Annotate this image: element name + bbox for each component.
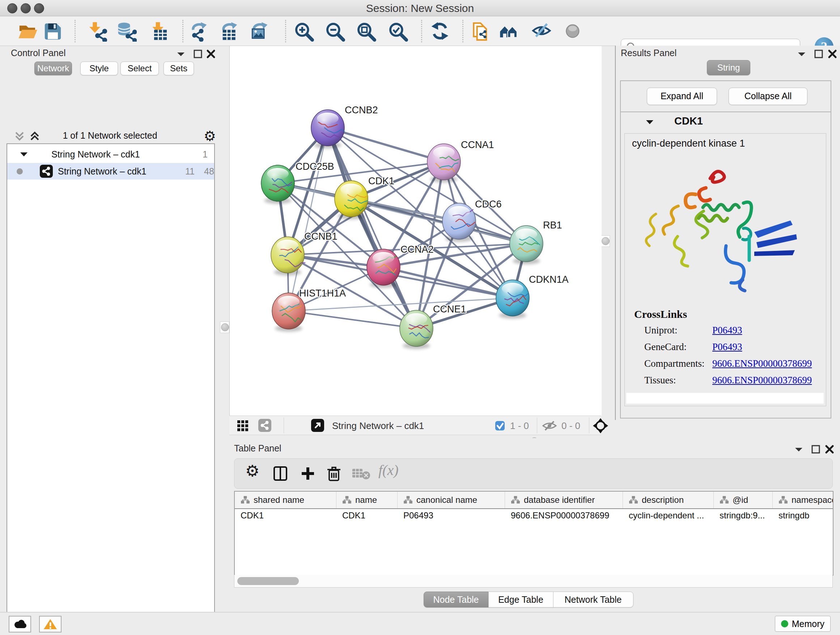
gene-card-expander-icon[interactable]	[645, 119, 655, 126]
control-panel-close-icon[interactable]	[206, 49, 216, 59]
birds-eye-view-icon[interactable]	[593, 418, 608, 433]
network-row-selected[interactable]: String Network – cdk1 11 48	[7, 163, 214, 180]
left-splitter-handle[interactable]	[220, 321, 229, 333]
add-column-icon[interactable]	[300, 465, 316, 482]
node-CDC25B[interactable]: CDC25B	[261, 161, 334, 204]
tab-network-table[interactable]: Network Table	[553, 592, 633, 608]
first-neighbors-icon[interactable]	[499, 21, 519, 42]
expand-all-button[interactable]: Expand All	[647, 88, 717, 105]
crosslink-link[interactable]: 9606.ENSP00000378699	[712, 358, 812, 369]
results-panel-close-icon[interactable]	[828, 49, 837, 59]
node-CCNE1[interactable]: CCNE1	[400, 304, 466, 349]
toolbar-separator	[589, 417, 589, 433]
column-header-label: @id	[733, 495, 748, 505]
zoom-in-icon[interactable]	[294, 21, 314, 42]
cell-description[interactable]: cyclin-dependent ...	[629, 510, 712, 521]
gene-description: cyclin-dependent kinase 1	[632, 138, 745, 149]
column-header-name[interactable]: name	[336, 492, 398, 508]
table-settings-gear-icon[interactable]: ⚙	[245, 462, 259, 480]
selected-checkbox-icon[interactable]	[495, 421, 505, 431]
hidden-eye-slash-icon[interactable]	[542, 420, 557, 431]
column-header-description[interactable]: description	[623, 492, 714, 508]
table-panel-close-icon[interactable]	[825, 445, 834, 454]
network-options-gear-icon[interactable]: ⚙	[204, 128, 216, 144]
window-title: Session: New Session	[0, 2, 840, 14]
zoom-fit-icon[interactable]	[356, 21, 376, 42]
delete-column-icon[interactable]	[325, 465, 342, 482]
duplicate-network-icon[interactable]	[470, 21, 491, 42]
node-label-CCNB2: CCNB2	[345, 105, 378, 116]
node-CCNA1[interactable]: CCNA1	[427, 139, 494, 182]
edge-CCNA2-CDKN1A[interactable]	[384, 267, 513, 298]
node-RB1[interactable]: RB1	[510, 220, 562, 264]
column-header-namespace[interactable]: namespace	[773, 492, 834, 508]
column-header-canonical-name[interactable]: canonical name	[398, 492, 505, 508]
tab-sets[interactable]: Sets	[164, 62, 194, 75]
open-file-icon[interactable]	[17, 21, 38, 42]
tab-string[interactable]: String	[707, 60, 750, 75]
results-panel-collapse-icon[interactable]	[797, 51, 807, 58]
cloud-button[interactable]	[9, 616, 31, 632]
tab-node-table[interactable]: Node Table	[424, 592, 489, 608]
selection-status-text: 1 of 1 Network selected	[6, 130, 213, 141]
column-header-shared-name[interactable]: shared name	[235, 492, 336, 508]
control-panel-float-icon[interactable]	[193, 49, 202, 59]
edge-CCNB2-HIST1H1A[interactable]	[289, 128, 328, 311]
export-network-icon[interactable]	[188, 21, 208, 42]
export-table-icon[interactable]	[218, 21, 239, 42]
cell--id[interactable]: stringdb:9...	[720, 510, 771, 521]
warnings-button[interactable]	[39, 616, 62, 632]
crosslink-link[interactable]: P06493	[712, 325, 742, 336]
network-canvas[interactable]: CCNB2 CCNA1 CDC25B CDK1 CDC6 R	[229, 46, 602, 416]
cell-name[interactable]: CDK1	[342, 510, 396, 521]
import-network-icon[interactable]	[87, 21, 107, 42]
show-all-icon[interactable]	[563, 21, 583, 42]
memory-button[interactable]: Memory	[775, 616, 831, 632]
tree-expander-icon[interactable]	[19, 151, 28, 158]
selected-count: 1 - 0	[510, 420, 529, 432]
tab-select[interactable]: Select	[120, 62, 159, 75]
table-panel-float-icon[interactable]	[811, 445, 821, 454]
gene-symbol: CDK1	[674, 115, 703, 127]
results-panel-float-icon[interactable]	[814, 49, 823, 59]
cell-canonical-name[interactable]: P06493	[403, 510, 504, 521]
import-database-icon[interactable]	[117, 21, 137, 42]
node-CCNB2[interactable]: CCNB2	[311, 105, 378, 149]
network-share-icon[interactable]	[258, 419, 271, 432]
apply-layout-icon[interactable]	[430, 21, 450, 42]
export-image-icon[interactable]	[249, 21, 269, 42]
import-table-icon[interactable]	[149, 21, 169, 42]
grid-view-icon[interactable]	[237, 420, 249, 432]
control-panel-collapse-icon[interactable]	[176, 51, 186, 58]
zoom-out-icon[interactable]	[325, 21, 345, 42]
table-panel-collapse-icon[interactable]	[794, 446, 804, 453]
crosslink-label: GeneCard:	[644, 341, 687, 353]
toolbar-separator	[285, 20, 286, 42]
crosslink-row: Uniprot:P06493	[625, 325, 826, 341]
memory-label: Memory	[792, 619, 824, 629]
column-header-label: database identifier	[524, 495, 595, 505]
tab-network[interactable]: Network	[34, 62, 72, 75]
crosslink-link[interactable]: 9606.ENSP00000378699	[712, 375, 812, 386]
show-columns-icon[interactable]	[272, 465, 289, 482]
open-in-window-icon[interactable]	[311, 419, 324, 432]
save-session-icon[interactable]	[43, 21, 63, 42]
tab-edge-table[interactable]: Edge Table	[488, 592, 554, 608]
cell-shared-name[interactable]: CDK1	[240, 510, 335, 521]
edge-CCNE1-HIST1H1A[interactable]	[289, 311, 416, 328]
cloud-icon	[13, 619, 27, 629]
cell-database-identifier[interactable]: 9606.ENSP00000378699	[511, 510, 622, 521]
node-CDKN1A[interactable]: CDKN1A	[496, 274, 569, 318]
zoom-selected-icon[interactable]	[388, 21, 408, 42]
hide-selected-icon[interactable]	[532, 21, 552, 42]
network-collection-row[interactable]: String Network – cdk1 1	[7, 146, 214, 163]
cell-namespace[interactable]: stringdb	[778, 510, 834, 521]
tab-style[interactable]: Style	[80, 62, 118, 75]
table-horizontal-scrollbar[interactable]	[234, 575, 833, 587]
scrollbar-thumb[interactable]	[237, 577, 299, 585]
column-header--id[interactable]: @id	[714, 492, 773, 508]
collapse-all-button[interactable]: Collapse All	[729, 88, 807, 105]
column-header-database-identifier[interactable]: database identifier	[505, 492, 623, 508]
right-splitter-handle[interactable]	[600, 235, 610, 247]
crosslink-link[interactable]: P06493	[712, 341, 742, 353]
